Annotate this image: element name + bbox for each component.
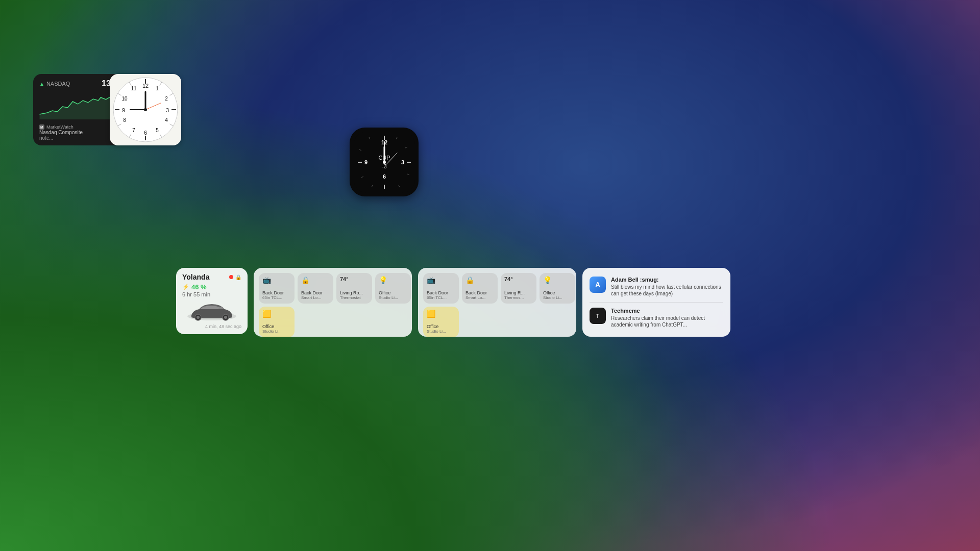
nasdaq-label: NASDAQ bbox=[46, 81, 70, 87]
svg-text:3: 3 bbox=[166, 107, 169, 113]
tech-sender: Techmeme bbox=[611, 308, 723, 314]
tesla-card-header: Yolanda 🔒 bbox=[182, 273, 241, 281]
yellow-light-icon-2: 🟨 bbox=[427, 310, 455, 318]
svg-text:3: 3 bbox=[401, 159, 404, 165]
yellow-light-icon-1: 🟨 bbox=[262, 310, 291, 318]
tesla-card[interactable]: Yolanda 🔒 ⚡ 46 % 6 hr 55 min bbox=[176, 268, 248, 334]
tv-icon: 📺 bbox=[262, 276, 291, 284]
svg-point-58 bbox=[224, 316, 227, 319]
svg-text:6: 6 bbox=[144, 130, 147, 136]
home-tile-office-yellow-1[interactable]: 🟨 Office Studio Li... bbox=[259, 307, 295, 337]
home-tile-office-yellow-2[interactable]: 🟨 Office Studio Li... bbox=[423, 307, 459, 337]
svg-text:10: 10 bbox=[121, 96, 128, 102]
office-light-icon-1: 💡 bbox=[379, 276, 407, 284]
battery-bolt-icon: ⚡ bbox=[182, 284, 189, 290]
tesla-car-image bbox=[182, 299, 241, 323]
red-dot-icon bbox=[229, 275, 233, 279]
adam-text: Still blows my mind how fast cellular co… bbox=[611, 284, 723, 297]
bottom-widgets-row: Yolanda 🔒 ⚡ 46 % 6 hr 55 min bbox=[176, 268, 730, 337]
svg-point-56 bbox=[197, 316, 200, 319]
home-tile-empty-2 bbox=[336, 307, 372, 337]
tile-sub-7: Smart Lo... bbox=[465, 296, 494, 300]
svg-text:2: 2 bbox=[165, 96, 168, 102]
lock-tile-icon: 🔒 bbox=[301, 276, 330, 284]
svg-text:1: 1 bbox=[156, 86, 159, 91]
battery-percentage: 46 % bbox=[191, 283, 207, 291]
home-tile-empty-5 bbox=[501, 307, 536, 337]
temp-badge-1: 74° bbox=[340, 276, 369, 282]
svg-text:5: 5 bbox=[156, 128, 159, 133]
svg-text:4: 4 bbox=[165, 117, 168, 123]
tile-sub-8: Thermos... bbox=[504, 296, 533, 300]
tile-sub-3: Thermostat bbox=[340, 296, 369, 300]
adam-sender: Adam Bell :smug: bbox=[611, 277, 723, 283]
notif-divider bbox=[590, 302, 723, 303]
notifications-panel[interactable]: A Adam Bell :smug: Still blows my mind h… bbox=[582, 268, 730, 337]
home-tile-backdoor-tv-1[interactable]: 📺 Back Door 65in TCL... bbox=[259, 273, 295, 304]
tesla-status-icons: 🔒 bbox=[229, 274, 241, 280]
home-tile-backdoor-tv-2[interactable]: 📺 Back Door 65in TCL... bbox=[423, 273, 459, 304]
nasdaq-arrow-icon: ▲ bbox=[39, 81, 44, 87]
svg-text:8: 8 bbox=[123, 117, 126, 123]
widgets-area: ▲ NASDAQ 13,259 M MarketWatch Nasdaq Com… bbox=[0, 0, 980, 551]
adam-avatar: A bbox=[590, 277, 606, 293]
analog-clock-widget[interactable]: 12 3 6 9 1 2 4 5 11 10 8 7 bbox=[110, 74, 181, 145]
marketwatch-icon: M bbox=[39, 124, 44, 130]
nasdaq-title: ▲ NASDAQ bbox=[39, 81, 70, 87]
home-tile-thermostat-1[interactable]: 74° Living Ro... Thermostat bbox=[336, 273, 372, 304]
home-tile-thermostat-2[interactable]: 74° Living R... Thermos... bbox=[501, 273, 536, 304]
apple-watch-widget[interactable]: 12 CUP 3 9 -3 6 bbox=[350, 128, 419, 196]
svg-point-30 bbox=[144, 108, 147, 111]
analog-clock-face: 12 3 6 9 1 2 4 5 11 10 8 7 bbox=[112, 77, 179, 143]
home-tile-empty-4 bbox=[462, 307, 498, 337]
tv-icon-2: 📺 bbox=[427, 276, 455, 284]
home-tile-empty-6 bbox=[540, 307, 575, 337]
home-tile-backdoor-lock-2[interactable]: 🔒 Back Door Smart Lo... bbox=[462, 273, 498, 304]
office-light-icon-2: 💡 bbox=[543, 276, 572, 284]
svg-text:9: 9 bbox=[364, 159, 367, 165]
watch-clock-svg: 12 CUP 3 9 -3 6 bbox=[354, 132, 415, 193]
home-tile-empty-1 bbox=[298, 307, 333, 337]
marketwatch-label: MarketWatch bbox=[46, 124, 74, 130]
home-tile-office-1[interactable]: 💡 Office Studio Li... bbox=[375, 273, 411, 304]
tech-text: Researchers claim their model can detect… bbox=[611, 315, 723, 328]
tesla-battery-row: ⚡ 46 % bbox=[182, 283, 241, 291]
temp-badge-2: 74° bbox=[504, 276, 533, 282]
svg-text:12: 12 bbox=[142, 83, 149, 89]
adam-notif-content: Adam Bell :smug: Still blows my mind how… bbox=[611, 277, 723, 297]
home-tile-empty-3 bbox=[375, 307, 411, 337]
svg-text:6: 6 bbox=[382, 173, 385, 180]
tile-sub-10: Studio Li... bbox=[427, 330, 455, 334]
home-panel-1[interactable]: 📺 Back Door 65in TCL... 🔒 Back Door Smar… bbox=[254, 268, 412, 337]
tesla-time-remaining: 6 hr 55 min bbox=[182, 291, 241, 297]
notif-item-tech[interactable]: T Techmeme Researchers claim their model… bbox=[590, 308, 723, 328]
svg-point-53 bbox=[383, 161, 386, 164]
svg-text:M: M bbox=[40, 126, 43, 129]
home-tile-backdoor-lock-1[interactable]: 🔒 Back Door Smart Lo... bbox=[298, 273, 333, 304]
tech-avatar: T bbox=[590, 308, 606, 324]
tesla-timestamp: 4 min, 48 sec ago bbox=[182, 324, 241, 329]
svg-text:11: 11 bbox=[131, 86, 137, 91]
tech-notif-content: Techmeme Researchers claim their model c… bbox=[611, 308, 723, 328]
svg-text:9: 9 bbox=[122, 107, 125, 113]
tile-sub-6: 65in TCL... bbox=[427, 296, 455, 300]
tile-sub-1: 65in TCL... bbox=[262, 296, 291, 300]
lock-icon: 🔒 bbox=[235, 274, 241, 280]
home-tile-office-2[interactable]: 💡 Office Studio Li... bbox=[540, 273, 575, 304]
notif-item-adam[interactable]: A Adam Bell :smug: Still blows my mind h… bbox=[590, 277, 723, 297]
home-panel-2[interactable]: 📺 Back Door 65in TCL... 🔒 Back Door Smar… bbox=[418, 268, 576, 337]
lock-tile-icon-2: 🔒 bbox=[465, 276, 494, 284]
tesla-name: Yolanda bbox=[182, 273, 209, 281]
tile-sub-4: Studio Li... bbox=[379, 296, 407, 300]
tile-sub-5: Studio Li... bbox=[262, 330, 291, 334]
svg-text:7: 7 bbox=[132, 128, 135, 133]
tile-sub-2: Smart Lo... bbox=[301, 296, 330, 300]
tile-sub-9: Studio Li... bbox=[543, 296, 572, 300]
